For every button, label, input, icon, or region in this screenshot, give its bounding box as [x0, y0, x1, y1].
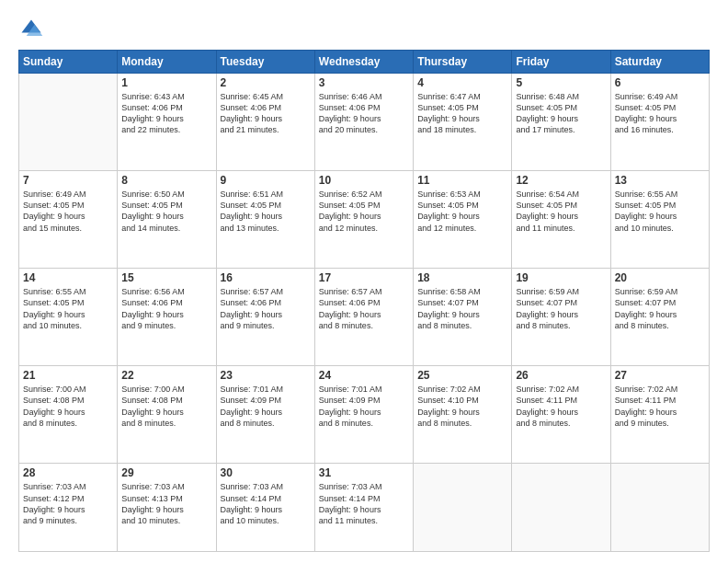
day-number: 22: [121, 369, 211, 382]
day-info: Sunrise: 6:46 AM Sunset: 4:06 PM Dayligh…: [319, 91, 409, 136]
day-info: Sunrise: 6:55 AM Sunset: 4:05 PM Dayligh…: [615, 189, 705, 234]
day-info: Sunrise: 7:01 AM Sunset: 4:09 PM Dayligh…: [319, 384, 409, 429]
day-info: Sunrise: 6:54 AM Sunset: 4:05 PM Dayligh…: [516, 189, 606, 234]
calendar-cell: 15Sunrise: 6:56 AM Sunset: 4:06 PM Dayli…: [118, 269, 216, 366]
weekday-header-row: SundayMondayTuesdayWednesdayThursdayFrid…: [19, 51, 710, 74]
day-info: Sunrise: 7:03 AM Sunset: 4:13 PM Dayligh…: [121, 481, 211, 526]
day-info: Sunrise: 7:02 AM Sunset: 4:11 PM Dayligh…: [516, 384, 606, 429]
calendar-cell: 12Sunrise: 6:54 AM Sunset: 4:05 PM Dayli…: [512, 171, 610, 269]
day-info: Sunrise: 7:00 AM Sunset: 4:08 PM Dayligh…: [23, 384, 113, 429]
day-number: 26: [516, 369, 606, 382]
weekday-header-friday: Friday: [512, 51, 610, 74]
day-info: Sunrise: 7:02 AM Sunset: 4:10 PM Dayligh…: [417, 384, 507, 429]
page: SundayMondayTuesdayWednesdayThursdayFrid…: [0, 0, 728, 563]
calendar-cell: 2Sunrise: 6:45 AM Sunset: 4:06 PM Daylig…: [216, 74, 314, 171]
day-number: 12: [516, 174, 606, 187]
day-info: Sunrise: 6:57 AM Sunset: 4:06 PM Dayligh…: [221, 286, 311, 331]
logo-icon: [18, 17, 44, 42]
day-number: 14: [23, 271, 113, 284]
calendar-cell: [610, 464, 709, 552]
day-number: 17: [319, 271, 409, 284]
calendar-cell: 24Sunrise: 7:01 AM Sunset: 4:09 PM Dayli…: [314, 366, 413, 464]
weekday-header-wednesday: Wednesday: [314, 51, 413, 74]
day-info: Sunrise: 6:47 AM Sunset: 4:05 PM Dayligh…: [417, 91, 507, 136]
calendar-cell: 30Sunrise: 7:03 AM Sunset: 4:14 PM Dayli…: [216, 464, 314, 552]
day-info: Sunrise: 7:02 AM Sunset: 4:11 PM Dayligh…: [615, 384, 705, 429]
week-row-1: 1Sunrise: 6:43 AM Sunset: 4:06 PM Daylig…: [19, 74, 710, 171]
calendar-cell: 8Sunrise: 6:50 AM Sunset: 4:05 PM Daylig…: [118, 171, 216, 269]
week-row-2: 7Sunrise: 6:49 AM Sunset: 4:05 PM Daylig…: [19, 171, 710, 269]
calendar-cell: 31Sunrise: 7:03 AM Sunset: 4:14 PM Dayli…: [314, 464, 413, 552]
header: [18, 17, 710, 42]
calendar-cell: [414, 464, 512, 552]
day-number: 18: [417, 271, 507, 284]
day-info: Sunrise: 6:51 AM Sunset: 4:05 PM Dayligh…: [221, 189, 311, 234]
day-number: 21: [23, 369, 113, 382]
week-row-4: 21Sunrise: 7:00 AM Sunset: 4:08 PM Dayli…: [19, 366, 710, 464]
calendar-cell: 19Sunrise: 6:59 AM Sunset: 4:07 PM Dayli…: [512, 269, 610, 366]
calendar-cell: 29Sunrise: 7:03 AM Sunset: 4:13 PM Dayli…: [118, 464, 216, 552]
calendar-cell: 4Sunrise: 6:47 AM Sunset: 4:05 PM Daylig…: [414, 74, 512, 171]
calendar-cell: 14Sunrise: 6:55 AM Sunset: 4:05 PM Dayli…: [19, 269, 118, 366]
day-number: 10: [319, 174, 409, 187]
day-number: 6: [615, 76, 705, 89]
day-info: Sunrise: 6:49 AM Sunset: 4:05 PM Dayligh…: [23, 189, 113, 234]
calendar-cell: 10Sunrise: 6:52 AM Sunset: 4:05 PM Dayli…: [314, 171, 413, 269]
day-number: 27: [615, 369, 705, 382]
day-info: Sunrise: 6:52 AM Sunset: 4:05 PM Dayligh…: [319, 189, 409, 234]
calendar-cell: 26Sunrise: 7:02 AM Sunset: 4:11 PM Dayli…: [512, 366, 610, 464]
logo: [18, 17, 48, 42]
weekday-header-saturday: Saturday: [610, 51, 709, 74]
day-info: Sunrise: 6:53 AM Sunset: 4:05 PM Dayligh…: [417, 189, 507, 234]
day-info: Sunrise: 7:03 AM Sunset: 4:12 PM Dayligh…: [23, 481, 113, 526]
day-number: 24: [319, 369, 409, 382]
day-number: 13: [615, 174, 705, 187]
day-info: Sunrise: 6:48 AM Sunset: 4:05 PM Dayligh…: [516, 91, 606, 136]
weekday-header-monday: Monday: [118, 51, 216, 74]
day-info: Sunrise: 6:50 AM Sunset: 4:05 PM Dayligh…: [121, 189, 211, 234]
calendar-table: SundayMondayTuesdayWednesdayThursdayFrid…: [18, 50, 710, 552]
day-number: 7: [23, 174, 113, 187]
day-info: Sunrise: 6:49 AM Sunset: 4:05 PM Dayligh…: [615, 91, 705, 136]
calendar-cell: 1Sunrise: 6:43 AM Sunset: 4:06 PM Daylig…: [118, 74, 216, 171]
day-number: 15: [121, 271, 211, 284]
day-info: Sunrise: 7:01 AM Sunset: 4:09 PM Dayligh…: [221, 384, 311, 429]
day-info: Sunrise: 6:56 AM Sunset: 4:06 PM Dayligh…: [121, 286, 211, 331]
calendar-cell: [512, 464, 610, 552]
calendar-cell: 6Sunrise: 6:49 AM Sunset: 4:05 PM Daylig…: [610, 74, 709, 171]
calendar-cell: 21Sunrise: 7:00 AM Sunset: 4:08 PM Dayli…: [19, 366, 118, 464]
weekday-header-sunday: Sunday: [19, 51, 118, 74]
calendar-cell: 17Sunrise: 6:57 AM Sunset: 4:06 PM Dayli…: [314, 269, 413, 366]
calendar-cell: 16Sunrise: 6:57 AM Sunset: 4:06 PM Dayli…: [216, 269, 314, 366]
day-info: Sunrise: 6:57 AM Sunset: 4:06 PM Dayligh…: [319, 286, 409, 331]
calendar-cell: 18Sunrise: 6:58 AM Sunset: 4:07 PM Dayli…: [414, 269, 512, 366]
day-info: Sunrise: 7:03 AM Sunset: 4:14 PM Dayligh…: [221, 481, 311, 526]
calendar-cell: 3Sunrise: 6:46 AM Sunset: 4:06 PM Daylig…: [314, 74, 413, 171]
weekday-header-thursday: Thursday: [414, 51, 512, 74]
day-info: Sunrise: 7:03 AM Sunset: 4:14 PM Dayligh…: [319, 481, 409, 526]
day-info: Sunrise: 6:58 AM Sunset: 4:07 PM Dayligh…: [417, 286, 507, 331]
day-info: Sunrise: 7:00 AM Sunset: 4:08 PM Dayligh…: [121, 384, 211, 429]
calendar-cell: [19, 74, 118, 171]
day-number: 1: [121, 76, 211, 89]
day-number: 9: [221, 174, 311, 187]
day-info: Sunrise: 6:55 AM Sunset: 4:05 PM Dayligh…: [23, 286, 113, 331]
day-number: 3: [319, 76, 409, 89]
day-info: Sunrise: 6:45 AM Sunset: 4:06 PM Dayligh…: [221, 91, 311, 136]
calendar-cell: 5Sunrise: 6:48 AM Sunset: 4:05 PM Daylig…: [512, 74, 610, 171]
week-row-5: 28Sunrise: 7:03 AM Sunset: 4:12 PM Dayli…: [19, 464, 710, 552]
calendar-cell: 20Sunrise: 6:59 AM Sunset: 4:07 PM Dayli…: [610, 269, 709, 366]
calendar-cell: 22Sunrise: 7:00 AM Sunset: 4:08 PM Dayli…: [118, 366, 216, 464]
day-number: 20: [615, 271, 705, 284]
day-number: 4: [417, 76, 507, 89]
day-number: 19: [516, 271, 606, 284]
day-number: 8: [121, 174, 211, 187]
day-number: 31: [319, 466, 409, 479]
calendar-cell: 13Sunrise: 6:55 AM Sunset: 4:05 PM Dayli…: [610, 171, 709, 269]
day-number: 30: [221, 466, 311, 479]
day-info: Sunrise: 6:59 AM Sunset: 4:07 PM Dayligh…: [516, 286, 606, 331]
day-number: 11: [417, 174, 507, 187]
day-number: 25: [417, 369, 507, 382]
day-number: 5: [516, 76, 606, 89]
calendar-cell: 23Sunrise: 7:01 AM Sunset: 4:09 PM Dayli…: [216, 366, 314, 464]
